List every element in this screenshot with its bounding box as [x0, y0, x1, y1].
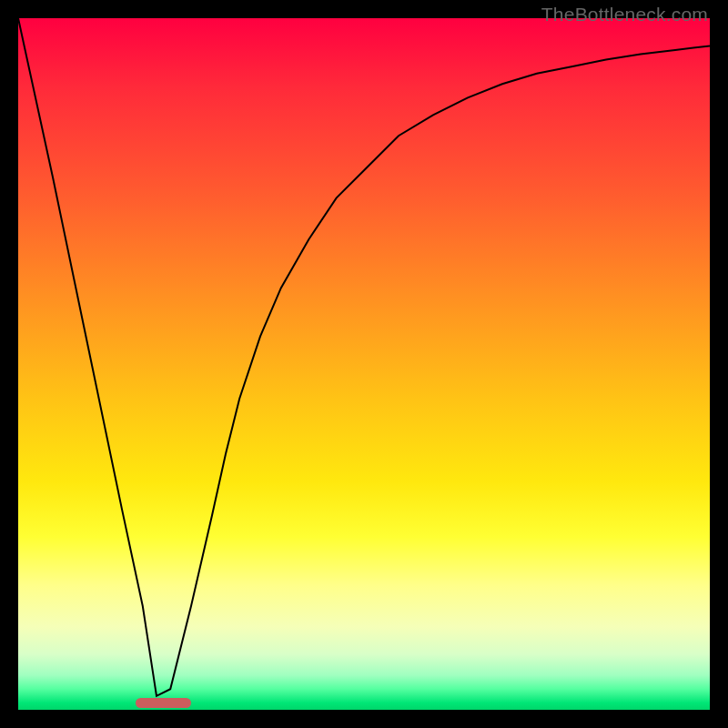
watermark-text: TheBottleneck.com [541, 4, 708, 25]
optimum-marker [136, 698, 191, 708]
chart-frame: TheBottleneck.com [0, 0, 728, 728]
chart-curve-layer [18, 18, 710, 710]
bottleneck-curve [18, 18, 710, 696]
chart-plot-area [18, 18, 710, 710]
